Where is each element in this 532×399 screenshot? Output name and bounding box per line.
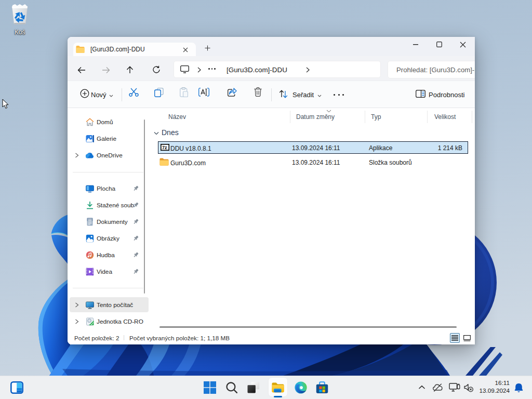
svg-text:7z: 7z — [162, 145, 167, 150]
